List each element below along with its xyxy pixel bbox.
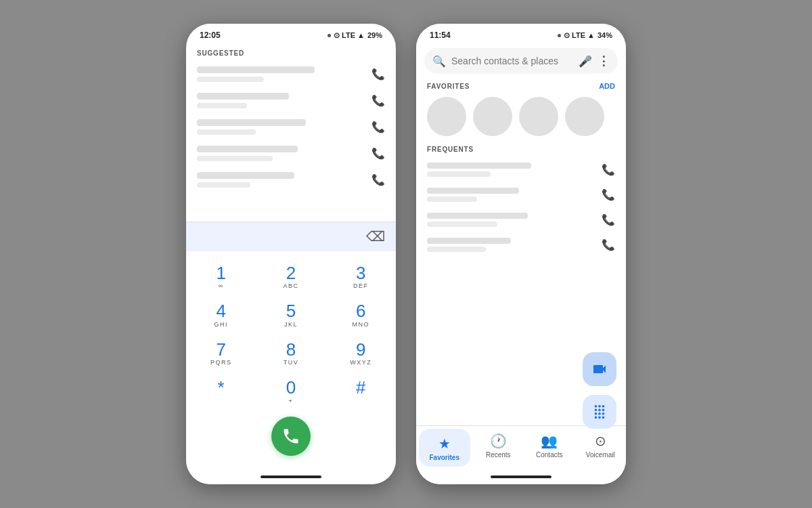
search-input[interactable] [451,56,573,66]
search-icon: 🔍 [432,55,446,68]
status-time-dialer: 12:05 [200,30,221,40]
dial-input-area: ⌫ [186,221,396,251]
nav-label-favorites: Favorites [430,454,459,461]
favorites-header: FAVORITES ADD [416,79,626,94]
call-icon[interactable]: 📞 [602,188,615,201]
call-icon[interactable]: 📞 [371,147,385,160]
contact-name-bar [197,146,298,152]
contacts-nav-icon: 👥 [541,433,558,449]
call-icon[interactable]: 📞 [371,121,385,133]
dial-key-5[interactable]: 5 JKL [256,296,325,335]
contact-row[interactable]: 📞 [186,114,396,140]
phone-icon [281,427,300,446]
favorites-label: FAVORITES [427,83,470,90]
contact-name-bar [197,172,294,179]
status-bar-contacts: 11:54 ⊙ LTE ▲ 34% [416,24,626,44]
dial-key-6[interactable]: 6 MNO [326,296,396,335]
call-icon[interactable]: 📞 [371,68,385,81]
dial-key-0[interactable]: 0 + [256,373,325,411]
home-indicator-2 [416,469,626,484]
nav-item-favorites[interactable]: ★ Favorites [419,429,470,467]
contact-sub-bar [197,156,273,161]
nav-item-contacts[interactable]: 👥 Contacts [524,426,575,469]
nav-label-voicemail: Voicemail [586,451,615,459]
dialpad-icon [592,404,607,419]
frequent-name-bar [427,238,511,244]
frequent-name-bar [427,213,528,219]
suggested-label: SUGGESTED [186,44,396,61]
dial-key-star[interactable]: * [186,373,256,411]
frequent-row[interactable]: 📞 [416,232,626,257]
phone-dialer: 12:05 ⊙ LTE ▲ 29% SUGGESTED 📞 [186,24,396,484]
favorite-avatar-4[interactable] [565,97,604,136]
contact-row[interactable]: 📞 [186,140,396,167]
frequent-row[interactable]: 📞 [416,207,626,232]
more-icon[interactable]: ⋮ [597,54,610,68]
dial-key-9[interactable]: 9 WXYZ [326,335,396,373]
call-button[interactable] [271,417,311,456]
call-icon[interactable]: 📞 [602,238,615,251]
fab-dialpad-button[interactable] [583,395,616,425]
video-icon [591,361,608,377]
call-btn-row [186,411,396,465]
status-battery-dialer: 29% [367,31,382,39]
dial-key-1[interactable]: 1 ∞ [186,258,256,297]
favorites-grid [416,94,626,143]
contact-sub-bar [197,77,264,82]
status-time-contacts: 11:54 [430,30,451,40]
contact-name-bar [197,93,289,100]
contact-sub-bar [197,103,247,108]
favorite-avatar-2[interactable] [473,97,512,136]
contact-sub-bar [197,182,250,188]
frequent-name-bar [427,163,531,169]
dial-key-7[interactable]: 7 PQRS [186,335,256,373]
add-favorites-button[interactable]: ADD [599,82,615,90]
search-bar[interactable]: 🔍 🎤 ⋮ [424,48,618,74]
phone-contacts: 11:54 ⊙ LTE ▲ 34% 🔍 🎤 ⋮ FAVORITES ADD [416,24,626,484]
bottom-nav: ★ Favorites 🕐 Recents 👥 Contacts ⊙ Voice… [416,425,626,469]
status-battery-contacts: 34% [597,31,612,39]
favorite-avatar-3[interactable] [519,97,558,136]
frequent-row[interactable]: 📞 [416,182,626,207]
frequents-header: FREQUENTS [416,143,626,157]
dialer-content: SUGGESTED 📞 📞 [186,44,396,469]
nav-item-recents[interactable]: 🕐 Recents [473,426,524,469]
home-bar [261,475,321,478]
fab-video-button[interactable] [583,352,616,386]
nav-label-contacts: Contacts [536,451,562,459]
dial-key-hash[interactable]: # [326,373,396,411]
dial-key-8[interactable]: 8 TUV [256,335,325,373]
contact-name-bar [197,66,315,73]
call-icon[interactable]: 📞 [371,173,385,186]
call-icon[interactable]: 📞 [371,94,385,107]
nav-item-voicemail[interactable]: ⊙ Voicemail [575,426,627,469]
status-bar-dialer: 12:05 ⊙ LTE ▲ 29% [186,24,396,44]
contact-sub-bar [197,129,256,135]
frequents-label: FREQUENTS [427,146,474,153]
home-indicator [186,469,396,484]
voicemail-nav-icon: ⊙ [595,433,606,449]
call-icon[interactable]: 📞 [602,213,615,226]
frequent-row[interactable]: 📞 [416,157,626,182]
status-signal-dialer: ⊙ LTE ▲ [334,31,365,40]
call-icon[interactable]: 📞 [602,163,615,176]
dial-key-4[interactable]: 4 GHI [186,296,256,335]
dial-key-3[interactable]: 3 DEF [326,258,396,297]
frequent-name-bar [427,188,519,194]
phones-container: 12:05 ⊙ LTE ▲ 29% SUGGESTED 📞 [186,24,626,484]
status-dot-dialer [328,34,331,37]
contact-row[interactable]: 📞 [186,87,396,114]
mic-icon[interactable]: 🎤 [579,55,592,68]
dial-key-2[interactable]: 2 ABC [256,258,325,297]
status-dot-contacts [558,34,561,37]
contact-row[interactable]: 📞 [186,61,396,87]
contact-row[interactable]: 📞 [186,167,396,193]
nav-label-recents: Recents [486,451,511,459]
recents-nav-icon: 🕐 [490,433,507,449]
backspace-button[interactable]: ⌫ [366,228,385,245]
contacts-content: 🔍 🎤 ⋮ FAVORITES ADD FREQUENTS [416,44,626,425]
favorites-nav-icon: ★ [438,436,451,452]
favorite-avatar-1[interactable] [427,97,466,136]
frequent-sub-bar [427,247,486,252]
contact-name-bar [197,119,306,126]
